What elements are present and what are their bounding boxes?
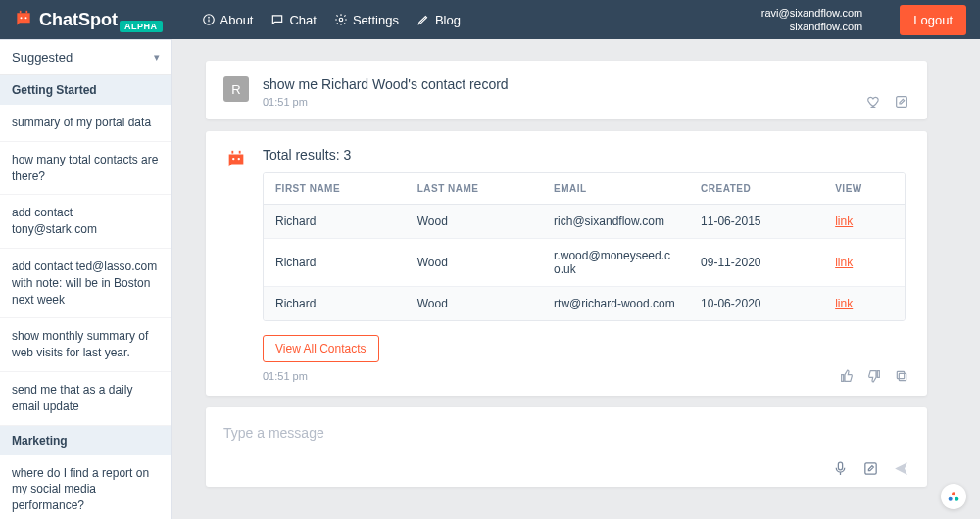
logout-button[interactable]: Logout	[900, 5, 966, 35]
response-timestamp: 01:51 pm	[263, 370, 906, 382]
svg-point-18	[949, 497, 953, 501]
alpha-badge: ALPHA	[120, 21, 163, 32]
user-email: ravi@sixandflow.com	[761, 6, 862, 20]
svg-rect-15	[838, 462, 842, 470]
svg-rect-8	[897, 97, 907, 108]
message-input[interactable]: Type a message	[223, 421, 909, 460]
svg-rect-13	[899, 373, 906, 380]
query-timestamp: 01:51 pm	[263, 96, 906, 108]
topbar: ChatSpot ALPHA About Chat Settings Blog …	[0, 0, 980, 39]
sidebar-item[interactable]: summary of my portal data	[0, 105, 172, 142]
user-query-card: R show me Richard Wood's contact record …	[206, 61, 927, 119]
view-link[interactable]: link	[835, 214, 853, 228]
sidebar: Suggested ▾ Getting Started summary of m…	[0, 39, 172, 519]
content-area: R show me Richard Wood's contact record …	[172, 39, 980, 519]
sidebar-dropdown-label: Suggested	[12, 50, 73, 65]
svg-rect-14	[897, 371, 904, 378]
sidebar-item[interactable]: add contact ted@lasso.com with note: wil…	[0, 249, 172, 318]
user-info: ravi@sixandflow.com sixandflow.com	[761, 6, 862, 34]
results-table: FIRST NAME LAST NAME EMAIL CREATED VIEW …	[263, 172, 906, 321]
nav-chat[interactable]: Chat	[270, 13, 316, 27]
col-view: VIEW	[823, 173, 905, 205]
svg-rect-2	[20, 11, 22, 14]
svg-rect-16	[865, 463, 876, 474]
sidebar-section-getting-started: Getting Started	[0, 75, 172, 105]
svg-point-0	[21, 17, 23, 19]
nav-settings-label: Settings	[353, 13, 399, 27]
svg-rect-3	[26, 11, 28, 14]
edit-icon[interactable]	[894, 94, 909, 110]
info-icon	[202, 13, 216, 26]
table-row: Richard Wood r.wood@moneyseed.co.uk 09-1…	[264, 239, 905, 287]
svg-point-19	[955, 497, 958, 501]
thumbs-up-icon[interactable]	[839, 368, 855, 384]
nav-settings[interactable]: Settings	[334, 13, 399, 27]
floating-help-button[interactable]	[941, 484, 966, 509]
pencil-icon	[416, 13, 430, 26]
response-title: Total results: 3	[263, 147, 906, 163]
brand-name: ChatSpot	[39, 10, 118, 30]
gear-icon	[334, 13, 348, 26]
table-row: Richard Wood rtw@richard-wood.com 10-06-…	[264, 287, 905, 320]
svg-point-1	[25, 17, 27, 19]
svg-point-17	[952, 492, 956, 495]
hubspot-icon	[946, 489, 961, 504]
copy-icon[interactable]	[894, 368, 909, 384]
svg-rect-11	[231, 151, 233, 154]
heart-icon[interactable]	[866, 94, 882, 110]
chevron-down-icon: ▾	[154, 51, 160, 64]
view-link[interactable]: link	[835, 297, 853, 310]
microphone-icon[interactable]	[832, 460, 849, 477]
sidebar-item[interactable]: where do I find a report on my social me…	[0, 455, 172, 519]
table-row: Richard Wood rich@sixandflow.com 11-06-2…	[264, 205, 905, 239]
bot-avatar-icon	[223, 147, 249, 172]
nav-blog[interactable]: Blog	[416, 13, 461, 27]
col-created: CREATED	[689, 173, 823, 205]
svg-point-10	[238, 158, 240, 160]
svg-point-9	[232, 158, 234, 160]
user-org: sixandflow.com	[761, 20, 862, 33]
message-input-card: Type a message	[206, 407, 927, 487]
brand: ChatSpot ALPHA	[14, 10, 163, 30]
compose-icon[interactable]	[862, 460, 879, 477]
send-icon[interactable]	[893, 460, 909, 477]
sidebar-item[interactable]: show monthly summary of web visits for l…	[0, 318, 172, 372]
sidebar-item[interactable]: add contact tony@stark.com	[0, 195, 172, 249]
sidebar-item[interactable]: how many total contacts are there?	[0, 142, 172, 196]
thumbs-down-icon[interactable]	[866, 368, 882, 384]
col-email: EMAIL	[542, 173, 689, 205]
sidebar-item[interactable]: send me that as a daily email update	[0, 372, 172, 426]
chat-icon	[270, 13, 284, 26]
sidebar-dropdown[interactable]: Suggested ▾	[0, 40, 172, 75]
svg-point-6	[208, 17, 209, 18]
col-firstname: FIRST NAME	[264, 173, 406, 205]
chatspot-logo-icon	[14, 10, 33, 29]
user-avatar: R	[223, 76, 249, 102]
nav-chat-label: Chat	[289, 13, 316, 27]
svg-point-7	[339, 18, 343, 22]
svg-rect-12	[239, 151, 241, 154]
sidebar-section-marketing: Marketing	[0, 426, 172, 455]
col-lastname: LAST NAME	[406, 173, 542, 205]
view-link[interactable]: link	[835, 256, 853, 269]
nav-blog-label: Blog	[435, 13, 461, 27]
nav-about[interactable]: About	[202, 13, 254, 27]
nav-about-label: About	[220, 13, 254, 27]
view-all-contacts-button[interactable]: View All Contacts	[263, 335, 379, 362]
query-text: show me Richard Wood's contact record	[263, 76, 906, 92]
top-nav: About Chat Settings Blog	[202, 13, 461, 27]
response-card: Total results: 3 FIRST NAME LAST NAME EM…	[206, 131, 927, 396]
